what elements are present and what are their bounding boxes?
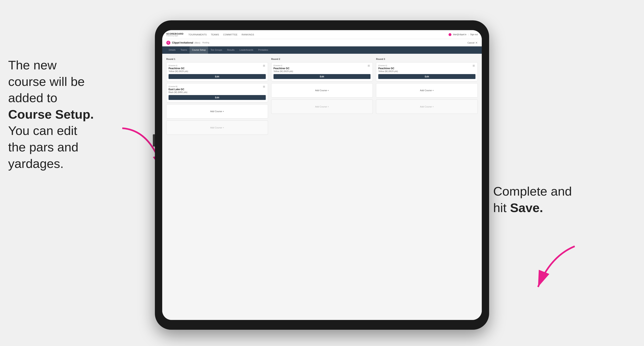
top-nav: SCOREBOARD Powered by clippd TOURNAMENTS… bbox=[162, 30, 482, 39]
round1-course-a-tag: (Course A) bbox=[168, 64, 266, 67]
round2-course-a-edit-button[interactable]: Edit bbox=[274, 74, 371, 79]
tournament-type: (Men) bbox=[194, 41, 200, 44]
tab-tee-groups[interactable]: Tee Groups bbox=[208, 46, 224, 54]
cancel-button[interactable]: Cancel ✕ bbox=[468, 41, 478, 44]
round2-course-a-name: Peachtree GC bbox=[274, 67, 371, 70]
annotation-right-line1: Complete and bbox=[493, 184, 572, 198]
annotation-left: The new course will be added to Course S… bbox=[8, 57, 147, 172]
annotation-left-bold: Course Setup. bbox=[8, 107, 94, 121]
nav-tournaments[interactable]: TOURNAMENTS bbox=[188, 33, 207, 36]
round-3-column: Round 3 (Course A) Peachtree GC Yellow (… bbox=[376, 58, 478, 137]
round2-add-course-disabled: Add Course + bbox=[271, 100, 373, 114]
sign-out-link[interactable]: Sign out bbox=[470, 33, 478, 36]
round1-course-b-tag: (Course B) bbox=[168, 85, 266, 88]
tablet-screen: SCOREBOARD Powered by clippd TOURNAMENTS… bbox=[162, 30, 482, 320]
round-2-column: Round 2 (Course A) Peachtree GC Yellow (… bbox=[271, 58, 373, 137]
round-1-label: Round 1 bbox=[166, 58, 268, 60]
annotation-left-line4: You can edit bbox=[8, 124, 77, 138]
nav-teams[interactable]: TEAMS bbox=[211, 33, 219, 36]
main-content: Round 1 (Course A) Peachtree GC Yellow (… bbox=[162, 54, 482, 320]
annotation-left-line2: course will be bbox=[8, 74, 85, 89]
annotation-left-line1: The new bbox=[8, 58, 57, 72]
annotation-left-line5: the pars and bbox=[8, 140, 78, 154]
nav-user: blair@clippd.io | Sign out bbox=[448, 33, 478, 36]
brand: SCOREBOARD Powered by clippd bbox=[166, 32, 184, 36]
arrow-right-icon bbox=[530, 240, 583, 293]
rounds-grid: Round 1 (Course A) Peachtree GC Yellow (… bbox=[166, 58, 478, 137]
round1-course-b-card: (Course B) East Lake GC Black (M) (6891 … bbox=[166, 83, 268, 102]
round1-course-a-details: Yellow (M) (6629 yds) bbox=[168, 70, 266, 72]
round3-course-a-card: (Course A) Peachtree GC Yellow (M) (6629… bbox=[376, 62, 478, 81]
nav-committee[interactable]: COMMITTEE bbox=[223, 33, 238, 36]
cancel-label: Cancel bbox=[468, 41, 474, 44]
brand-sub: Powered by clippd bbox=[166, 35, 184, 36]
round2-add-course-button[interactable]: Add Course + bbox=[271, 83, 373, 98]
round2-course-a-delete-icon[interactable]: ⊠ bbox=[368, 64, 371, 67]
round-2-label: Round 2 bbox=[271, 58, 373, 60]
tab-leaderboards[interactable]: Leaderboards bbox=[237, 46, 256, 54]
round1-course-b-name: East Lake GC bbox=[168, 88, 266, 91]
round3-course-a-edit-button[interactable]: Edit bbox=[378, 74, 476, 79]
round3-course-a-tag: (Course A) bbox=[378, 64, 476, 67]
round1-course-a-card: (Course A) Peachtree GC Yellow (M) (6629… bbox=[166, 62, 268, 81]
sub-tabs: Details Teams Course Setup Tee Groups Re… bbox=[162, 46, 482, 54]
tournament-name: Clippd Invitational bbox=[172, 41, 193, 44]
round2-add-course-label: Add Course + bbox=[315, 89, 329, 92]
round2-add-course-disabled-label: Add Course + bbox=[315, 105, 329, 108]
nav-rankings[interactable]: RANKINGS bbox=[242, 33, 254, 36]
user-avatar-dot bbox=[448, 33, 452, 36]
tablet-shell: SCOREBOARD Powered by clippd TOURNAMENTS… bbox=[155, 20, 489, 330]
round3-add-course-label: Add Course + bbox=[420, 89, 434, 92]
round1-course-a-delete-icon[interactable]: ⊠ bbox=[263, 64, 266, 67]
round1-add-course-disabled: Add Course + bbox=[166, 121, 268, 135]
nav-links: TOURNAMENTS TEAMS COMMITTEE RANKINGS bbox=[188, 33, 448, 36]
user-email: blair@clippd.io bbox=[453, 33, 466, 36]
cancel-x-icon: ✕ bbox=[475, 41, 478, 44]
tournament-logo: C bbox=[166, 41, 170, 45]
annotation-left-line3: added to bbox=[8, 91, 57, 105]
tab-results[interactable]: Results bbox=[224, 46, 237, 54]
round1-course-b-details: Black (M) (6891 yds) bbox=[168, 91, 266, 93]
annotation-right-bold: Save. bbox=[510, 201, 543, 215]
round1-course-b-edit-button[interactable]: Edit bbox=[168, 95, 266, 100]
round-3-label: Round 3 bbox=[376, 58, 478, 60]
round1-course-a-edit-button[interactable]: Edit bbox=[168, 74, 266, 79]
annotation-right-line2: hit bbox=[493, 201, 510, 215]
round2-course-a-card: (Course A) Peachtree GC Yellow (M) (6629… bbox=[271, 62, 373, 81]
round3-course-a-details: Yellow (M) (6629 yds) bbox=[378, 70, 476, 72]
round2-course-a-details: Yellow (M) (6629 yds) bbox=[274, 70, 371, 72]
app-container: SCOREBOARD Powered by clippd TOURNAMENTS… bbox=[162, 30, 482, 320]
round1-add-course-button[interactable]: Add Course + bbox=[166, 104, 268, 119]
tournament-status: Hosting bbox=[202, 41, 209, 44]
brand-name: SCOREBOARD bbox=[166, 32, 184, 35]
round3-add-course-disabled-label: Add Course + bbox=[420, 105, 434, 108]
tournament-bar: C Clippd Invitational (Men) Hosting Canc… bbox=[162, 39, 482, 46]
round3-add-course-button[interactable]: Add Course + bbox=[376, 83, 478, 98]
round1-add-course-disabled-label: Add Course + bbox=[210, 126, 224, 129]
tab-course-setup[interactable]: Course Setup bbox=[190, 46, 208, 54]
round3-course-a-delete-icon[interactable]: ⊠ bbox=[472, 64, 476, 67]
tab-printables[interactable]: Printables bbox=[256, 46, 271, 54]
round3-add-course-disabled: Add Course + bbox=[376, 100, 478, 114]
nav-separator: | bbox=[468, 33, 469, 36]
round1-add-course-label: Add Course + bbox=[210, 110, 224, 113]
round3-course-a-name: Peachtree GC bbox=[378, 67, 476, 70]
round-1-column: Round 1 (Course A) Peachtree GC Yellow (… bbox=[166, 58, 268, 137]
annotation-right: Complete and hit Save. bbox=[493, 183, 616, 216]
annotation-left-line6: yardages. bbox=[8, 157, 64, 171]
tab-teams[interactable]: Teams bbox=[178, 46, 190, 54]
round2-course-a-tag: (Course A) bbox=[274, 64, 371, 67]
round1-course-b-delete-icon[interactable]: ⊠ bbox=[263, 85, 266, 88]
side-button bbox=[153, 134, 155, 147]
tab-details[interactable]: Details bbox=[166, 46, 178, 54]
round1-course-a-name: Peachtree GC bbox=[168, 67, 266, 70]
